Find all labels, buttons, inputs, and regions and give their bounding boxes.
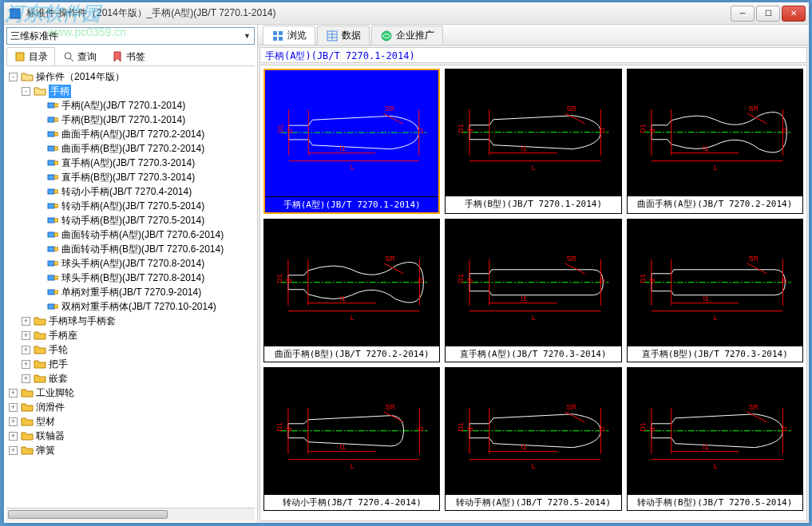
tree-node[interactable]: +联轴器 bbox=[6, 429, 255, 443]
svg-rect-34 bbox=[273, 31, 277, 35]
tree-label: 手柄座 bbox=[49, 329, 77, 342]
svg-text:D1: D1 bbox=[457, 422, 465, 431]
thumbnail[interactable]: L l1 D1 d D SR 转动手柄(B型)(JB/T 7270.5-2014… bbox=[627, 367, 803, 511]
tree-toggle[interactable]: - bbox=[22, 87, 30, 96]
tree-view[interactable]: -操作件（2014年版）-手柄手柄(A型)(JB/T 7270.1-2014)手… bbox=[4, 66, 257, 508]
tree-node[interactable]: 曲面转动手柄(A型)(JB/T 7270.6-2014) bbox=[6, 227, 255, 242]
svg-line-145 bbox=[565, 412, 585, 422]
thumbnail-area[interactable]: L l1 D1 d D SR 手柄(A型)(JB/T 7270.1-2014) … bbox=[259, 65, 807, 521]
tree-node[interactable]: +手轮 bbox=[6, 342, 255, 357]
svg-text:d: d bbox=[285, 279, 293, 283]
minimize-button[interactable]: ─ bbox=[731, 6, 755, 22]
tree-toggle[interactable]: + bbox=[9, 389, 18, 397]
tree-node[interactable]: +手柄座 bbox=[6, 328, 255, 342]
titlebar[interactable]: 标准件-操作件（2014年版）_手柄(A型)(JB/T 7270.1-2014)… bbox=[4, 2, 809, 25]
tree-label: 手柄 bbox=[49, 85, 71, 98]
maximize-button[interactable]: ☐ bbox=[756, 6, 780, 22]
tab-data[interactable]: 数据 bbox=[317, 26, 370, 45]
tree-toggle[interactable]: + bbox=[22, 346, 30, 354]
tree-node[interactable]: 直手柄(B型)(JB/T 7270.3-2014) bbox=[6, 170, 255, 184]
tree-node[interactable]: 转动手柄(A型)(JB/T 7270.5-2014) bbox=[6, 199, 255, 213]
svg-rect-22 bbox=[48, 232, 54, 237]
part-icon bbox=[46, 113, 59, 126]
category-combo[interactable]: 三维标准件 ▼ bbox=[6, 27, 255, 45]
tree-node[interactable]: 球头手柄(B型)(JB/T 7270.8-2014) bbox=[6, 271, 255, 285]
thumbnail-caption: 转动小手柄(JB/T 7270.4-2014) bbox=[264, 494, 439, 510]
tab-preview-label: 浏览 bbox=[287, 29, 307, 42]
tree-node[interactable]: +嵌套 bbox=[6, 371, 255, 386]
tree-node[interactable]: +手柄球与手柄套 bbox=[6, 314, 255, 328]
thumbnail[interactable]: L l1 D1 d D SR 转动手柄(A型)(JB/T 7270.5-2014… bbox=[445, 367, 621, 511]
tree-node[interactable]: -操作件（2014年版） bbox=[6, 69, 255, 84]
svg-line-158 bbox=[747, 412, 766, 422]
close-button[interactable]: ✕ bbox=[782, 6, 806, 22]
tree-node[interactable]: 球头手柄(A型)(JB/T 7270.8-2014) bbox=[6, 256, 255, 271]
tab-catalog[interactable]: 目录 bbox=[6, 47, 55, 65]
svg-text:D: D bbox=[599, 426, 607, 432]
tree-node[interactable]: 曲面转动手柄(B型)(JB/T 7270.6-2014) bbox=[6, 242, 255, 256]
tab-preview[interactable]: 浏览 bbox=[263, 26, 315, 45]
tree-toggle[interactable]: + bbox=[22, 360, 30, 369]
tree-node[interactable]: 曲面手柄(B型)(JB/T 7270.2-2014) bbox=[6, 141, 255, 156]
svg-point-2 bbox=[65, 53, 71, 59]
tree-label: 弹簧 bbox=[36, 444, 55, 457]
thumbnail[interactable]: L l1 D1 d D SR 直手柄(A型)(JB/T 7270.3-2014) bbox=[445, 219, 621, 362]
tree-toggle[interactable]: + bbox=[9, 446, 18, 455]
svg-rect-15 bbox=[54, 176, 58, 179]
tree-node[interactable]: -手柄 bbox=[6, 84, 255, 98]
thumbnail[interactable]: L l1 D1 d D SR 曲面手柄(B型)(JB/T 7270.2-2014… bbox=[263, 219, 440, 362]
tree-toggle[interactable]: + bbox=[22, 317, 30, 326]
scroll-thumb[interactable] bbox=[8, 510, 168, 519]
tree-label: 嵌套 bbox=[49, 372, 68, 386]
tree-node[interactable]: 手柄(A型)(JB/T 7270.1-2014) bbox=[6, 98, 255, 113]
tree-label: 工业脚轮 bbox=[36, 386, 74, 400]
tree-label: 直手柄(A型)(JB/T 7270.3-2014) bbox=[61, 156, 195, 170]
tree-label: 转动手柄(A型)(JB/T 7270.5-2014) bbox=[61, 200, 204, 213]
tree-node[interactable]: 转动小手柄(JB/T 7270.4-2014) bbox=[6, 184, 255, 199]
tree-toggle[interactable]: + bbox=[22, 374, 30, 383]
tree-node[interactable]: +弹簧 bbox=[6, 443, 255, 457]
thumbnail[interactable]: L l1 D1 d D SR 曲面手柄(A型)(JB/T 7270.2-2014… bbox=[627, 69, 803, 214]
part-icon bbox=[46, 142, 59, 155]
tree-node[interactable]: +工业脚轮 bbox=[6, 386, 255, 400]
thumbnail[interactable]: L l1 D1 d D SR 手柄(B型)(JB/T 7270.1-2014) bbox=[445, 69, 621, 214]
svg-rect-35 bbox=[279, 31, 283, 35]
svg-rect-1 bbox=[16, 53, 24, 61]
tree-node[interactable]: 单柄对重手柄(JB/T 7270.9-2014) bbox=[6, 285, 255, 299]
svg-rect-13 bbox=[54, 161, 58, 164]
globe-icon bbox=[380, 30, 393, 42]
tree-toggle[interactable]: + bbox=[9, 417, 18, 426]
main-window: 标准件-操作件（2014年版）_手柄(A型)(JB/T 7270.1-2014)… bbox=[3, 2, 810, 524]
tab-search[interactable]: 查询 bbox=[55, 47, 104, 65]
tree-node[interactable]: +把手 bbox=[6, 357, 255, 371]
tree-toggle[interactable]: + bbox=[22, 331, 30, 340]
tree-node[interactable]: +润滑件 bbox=[6, 400, 255, 414]
tree-node[interactable]: 手柄(B型)(JB/T 7270.1-2014) bbox=[6, 113, 255, 127]
tree-node[interactable]: 双柄对重手柄体(JB/T 7270.10-2014) bbox=[6, 299, 255, 314]
svg-rect-30 bbox=[48, 290, 54, 295]
tree-node[interactable]: 曲面手柄(A型)(JB/T 7270.2-2014) bbox=[6, 127, 255, 141]
thumbnail[interactable]: L l1 D1 d D SR 手柄(A型)(JB/T 7270.1-2014) bbox=[263, 69, 440, 214]
folder-icon bbox=[21, 444, 34, 457]
tree-node[interactable]: +型材 bbox=[6, 414, 255, 429]
svg-rect-18 bbox=[48, 204, 54, 208]
tree-node[interactable]: 转动手柄(B型)(JB/T 7270.5-2014) bbox=[6, 213, 255, 227]
horizontal-scrollbar[interactable] bbox=[6, 508, 255, 521]
tree-toggle[interactable]: + bbox=[9, 403, 18, 412]
svg-text:D1: D1 bbox=[275, 274, 283, 283]
tab-bookmark[interactable]: 书签 bbox=[104, 47, 152, 65]
tree-toggle-empty bbox=[34, 274, 43, 283]
tree-toggle-empty bbox=[34, 130, 43, 139]
tree-label: 手柄(A型)(JB/T 7270.1-2014) bbox=[61, 99, 185, 113]
tab-enterprise[interactable]: 企业推广 bbox=[371, 26, 443, 45]
thumbnail[interactable]: L l1 D1 d D SR 转动小手柄(JB/T 7270.4-2014) bbox=[263, 367, 440, 511]
svg-rect-12 bbox=[48, 160, 54, 165]
tree-toggle[interactable]: - bbox=[9, 73, 18, 81]
svg-text:D1: D1 bbox=[275, 422, 283, 431]
tree-node[interactable]: 直手柄(A型)(JB/T 7270.3-2014) bbox=[6, 156, 255, 170]
part-icon bbox=[46, 200, 59, 212]
tree-toggle[interactable]: + bbox=[9, 432, 18, 441]
svg-text:SR: SR bbox=[386, 403, 396, 411]
tree-toggle-empty bbox=[34, 144, 43, 153]
thumbnail[interactable]: L l1 D1 d D SR 直手柄(B型)(JB/T 7270.3-2014) bbox=[627, 219, 803, 362]
